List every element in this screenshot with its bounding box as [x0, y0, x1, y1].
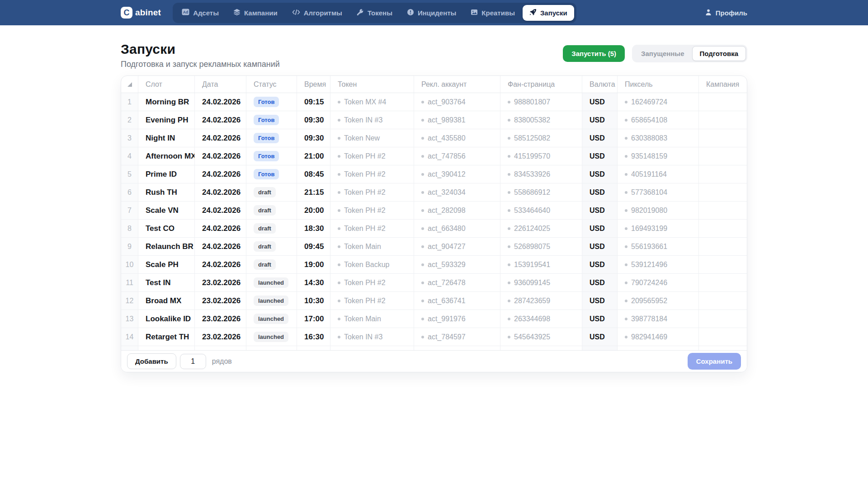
- table-row[interactable]: 6 Rush TH 24.02.2026 draft 21:15 Token P…: [121, 183, 747, 202]
- cell-slot[interactable]: Lookalike ID: [138, 310, 195, 328]
- cell-date[interactable]: 23.02.2026: [195, 292, 246, 310]
- cell-slot[interactable]: Test IN: [138, 274, 195, 291]
- cell-slot[interactable]: Scale VN: [138, 202, 195, 219]
- table-row[interactable]: 11 Test IN 23.02.2026 launched 14:30 Tok…: [121, 274, 747, 292]
- cell-date[interactable]: 24.02.2026: [195, 165, 246, 183]
- cell-token[interactable]: Token New: [330, 129, 414, 147]
- cell-status[interactable]: Готов: [246, 111, 297, 129]
- cell-account[interactable]: act_904727: [414, 238, 500, 255]
- cell-date[interactable]: 24.02.2026: [195, 256, 246, 273]
- cell-time[interactable]: 18:30: [297, 220, 330, 237]
- cell-status[interactable]: draft: [246, 238, 297, 255]
- cell-date[interactable]: 24.02.2026: [195, 238, 246, 255]
- cell-campaign[interactable]: [699, 220, 747, 237]
- cell-time[interactable]: 17:00: [297, 310, 330, 328]
- cell-status[interactable]: launched: [246, 292, 297, 310]
- cell-slot[interactable]: Night IN: [138, 129, 195, 147]
- cell-fanpage[interactable]: 226124025: [500, 220, 582, 237]
- cell-slot[interactable]: Afternoon MX: [138, 147, 195, 165]
- cell-token[interactable]: Token MX #4: [330, 93, 414, 111]
- cell-slot[interactable]: Relaunch BR: [138, 238, 195, 255]
- cell-fanpage[interactable]: [500, 346, 582, 350]
- cell-slot[interactable]: Evening PH: [138, 111, 195, 129]
- table-row[interactable]: 3 Night IN 24.02.2026 Готов 09:30 Token …: [121, 129, 747, 147]
- cell-token[interactable]: Token IN #3: [330, 111, 414, 129]
- cell-currency[interactable]: USD: [582, 129, 618, 147]
- cell-fanpage[interactable]: 533464640: [500, 202, 582, 219]
- cell-time[interactable]: 20:00: [297, 202, 330, 219]
- cell-account[interactable]: act_663480: [414, 220, 500, 237]
- cell-date[interactable]: 23.02.2026: [195, 310, 246, 328]
- cell-fanpage[interactable]: 287423659: [500, 292, 582, 310]
- cell-campaign[interactable]: [699, 111, 747, 129]
- cell-campaign[interactable]: [699, 274, 747, 291]
- cell-token[interactable]: Token IN #3: [330, 328, 414, 346]
- cell-pixel[interactable]: [618, 346, 699, 350]
- cell-pixel[interactable]: 790724246: [618, 274, 699, 291]
- cell-token[interactable]: Token PH #2: [330, 183, 414, 201]
- cell-time[interactable]: [297, 346, 330, 350]
- cell-pixel[interactable]: 556193661: [618, 238, 699, 255]
- cell-pixel[interactable]: 209565952: [618, 292, 699, 310]
- cell-campaign[interactable]: [699, 238, 747, 255]
- cell-date[interactable]: 24.02.2026: [195, 202, 246, 219]
- cell-account[interactable]: act_324034: [414, 183, 500, 201]
- cell-slot[interactable]: Broad MX: [138, 292, 195, 310]
- cell-date[interactable]: 23.02.2026: [195, 274, 246, 291]
- cell-currency[interactable]: USD: [582, 310, 618, 328]
- table-row[interactable]: 2 Evening PH 24.02.2026 Готов 09:30 Toke…: [121, 111, 747, 129]
- cell-time[interactable]: 09:30: [297, 111, 330, 129]
- cell-account[interactable]: act_991976: [414, 310, 500, 328]
- table-row[interactable]: 5 Prime ID 24.02.2026 Готов 08:45 Token …: [121, 165, 747, 183]
- table-row[interactable]: [121, 346, 747, 350]
- cell-slot[interactable]: Prime ID: [138, 165, 195, 183]
- cell-token[interactable]: Token PH #2: [330, 274, 414, 291]
- cell-time[interactable]: 21:15: [297, 183, 330, 201]
- cell-status[interactable]: launched: [246, 310, 297, 328]
- cell-currency[interactable]: USD: [582, 93, 618, 111]
- cell-date[interactable]: 24.02.2026: [195, 111, 246, 129]
- table-row[interactable]: 9 Relaunch BR 24.02.2026 draft 09:45 Tok…: [121, 238, 747, 256]
- cell-campaign[interactable]: [699, 328, 747, 346]
- cell-currency[interactable]: USD: [582, 111, 618, 129]
- save-button[interactable]: Сохранить: [688, 353, 741, 370]
- table-row[interactable]: 10 Scale PH 24.02.2026 draft 19:00 Token…: [121, 256, 747, 274]
- cell-token[interactable]: Token Backup: [330, 256, 414, 273]
- cell-pixel[interactable]: 405191164: [618, 165, 699, 183]
- cell-account[interactable]: act_390412: [414, 165, 500, 183]
- cell-campaign[interactable]: [699, 256, 747, 273]
- cell-campaign[interactable]: [699, 183, 747, 201]
- cell-date[interactable]: 23.02.2026: [195, 328, 246, 346]
- brand-logo[interactable]: C abinet: [121, 7, 161, 19]
- cell-status[interactable]: draft: [246, 220, 297, 237]
- cell-status[interactable]: draft: [246, 183, 297, 201]
- cell-fanpage[interactable]: 988801807: [500, 93, 582, 111]
- cell-status[interactable]: launched: [246, 328, 297, 346]
- cell-fanpage[interactable]: 545643925: [500, 328, 582, 346]
- cell-pixel[interactable]: 169493199: [618, 220, 699, 237]
- nav-item-algorithms[interactable]: Алгоритмы: [285, 5, 349, 20]
- cell-date[interactable]: [195, 346, 246, 350]
- cell-pixel[interactable]: 630388083: [618, 129, 699, 147]
- cell-status[interactable]: Готов: [246, 165, 297, 183]
- cell-fanpage[interactable]: 838005382: [500, 111, 582, 129]
- cell-currency[interactable]: USD: [582, 256, 618, 273]
- cell-currency[interactable]: USD: [582, 202, 618, 219]
- cell-account[interactable]: act_593329: [414, 256, 500, 273]
- add-rows-button[interactable]: Добавить: [127, 353, 176, 369]
- cell-account[interactable]: act_636741: [414, 292, 500, 310]
- cell-currency[interactable]: USD: [582, 292, 618, 310]
- cell-slot[interactable]: Test CO: [138, 220, 195, 237]
- cell-fanpage[interactable]: 153919541: [500, 256, 582, 273]
- cell-account[interactable]: act_989381: [414, 111, 500, 129]
- nav-item-creatives[interactable]: Креативы: [464, 5, 522, 21]
- cell-token[interactable]: Token PH #2: [330, 165, 414, 183]
- cell-date[interactable]: 24.02.2026: [195, 220, 246, 237]
- cell-fanpage[interactable]: 263344698: [500, 310, 582, 328]
- cell-token[interactable]: [330, 346, 414, 350]
- cell-account[interactable]: act_903764: [414, 93, 500, 111]
- cell-campaign[interactable]: [699, 292, 747, 310]
- table-row[interactable]: 7 Scale VN 24.02.2026 draft 20:00 Token …: [121, 202, 747, 220]
- cell-token[interactable]: Token Main: [330, 310, 414, 328]
- table-row[interactable]: 8 Test CO 24.02.2026 draft 18:30 Token P…: [121, 220, 747, 238]
